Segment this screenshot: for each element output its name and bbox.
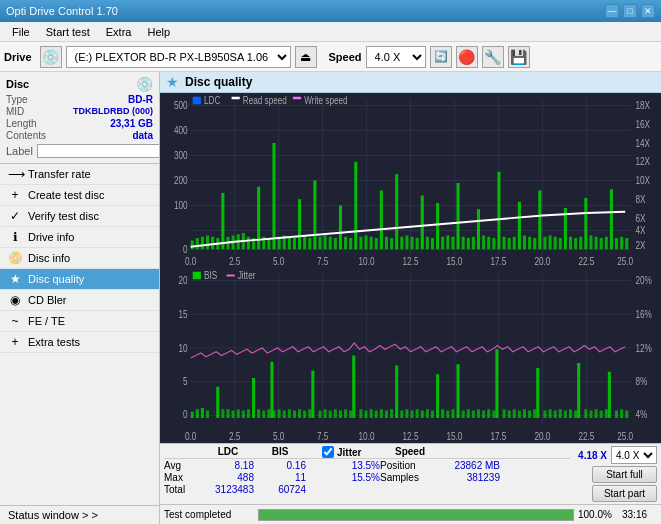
minimize-button[interactable]: — xyxy=(605,4,619,18)
svg-rect-224 xyxy=(559,409,562,418)
max-label: Max xyxy=(164,472,202,483)
svg-rect-69 xyxy=(457,183,460,249)
svg-text:7.5: 7.5 xyxy=(317,432,328,443)
svg-rect-84 xyxy=(533,238,536,249)
svg-rect-204 xyxy=(441,409,444,418)
chart-header: ★ Disc quality xyxy=(160,72,661,93)
transfer-rate-icon: ⟶ xyxy=(8,167,22,181)
svg-rect-52 xyxy=(370,237,373,250)
svg-text:10.0: 10.0 xyxy=(359,432,375,443)
verify-test-icon: ✓ xyxy=(8,209,22,223)
toolbar: Drive 💿 (E:) PLEXTOR BD-R PX-LB950SA 1.0… xyxy=(0,42,661,72)
maximize-button[interactable]: □ xyxy=(623,4,637,18)
svg-rect-91 xyxy=(569,237,572,250)
sidebar-item-extra-tests[interactable]: + Extra tests xyxy=(0,332,159,353)
svg-rect-37 xyxy=(293,238,296,249)
sidebar-item-disc-quality[interactable]: ★ Disc quality xyxy=(0,269,159,290)
status-window-button[interactable]: Status window > > xyxy=(0,505,159,524)
menu-extra[interactable]: Extra xyxy=(98,24,140,40)
menu-file[interactable]: File xyxy=(4,24,38,40)
tools-icon[interactable]: 🔧 xyxy=(482,46,504,68)
sidebar-item-verify-test-disc[interactable]: ✓ Verify test disc xyxy=(0,206,159,227)
drive-select[interactable]: (E:) PLEXTOR BD-R PX-LB950SA 1.06 xyxy=(66,46,291,68)
svg-text:0.0: 0.0 xyxy=(185,257,196,268)
drive-icon: 💿 xyxy=(40,46,62,68)
sidebar-item-transfer-rate[interactable]: ⟶ Transfer rate xyxy=(0,164,159,185)
svg-rect-23 xyxy=(221,193,224,249)
svg-rect-48 xyxy=(349,238,352,249)
svg-rect-87 xyxy=(549,236,552,250)
menu-help[interactable]: Help xyxy=(139,24,178,40)
svg-rect-186 xyxy=(334,409,337,418)
svg-rect-196 xyxy=(390,409,393,418)
sidebar-item-drive-info[interactable]: ℹ Drive info xyxy=(0,227,159,248)
sidebar-item-disc-info[interactable]: 📀 Disc info xyxy=(0,248,159,269)
refresh-button[interactable]: 🔄 xyxy=(430,46,452,68)
svg-text:12%: 12% xyxy=(635,343,651,354)
main-layout: Disc 💿 Type BD-R MID TDKBLDRBD (000) Len… xyxy=(0,72,661,524)
eject-button[interactable]: ⏏ xyxy=(295,46,317,68)
svg-rect-89 xyxy=(559,238,562,249)
svg-rect-235 xyxy=(625,411,628,419)
svg-text:4X: 4X xyxy=(635,225,645,236)
transfer-rate-label: Transfer rate xyxy=(28,168,91,180)
start-full-button[interactable]: Start full xyxy=(592,466,657,483)
disc-quality-label: Disc quality xyxy=(28,273,84,285)
svg-rect-100 xyxy=(615,238,618,249)
svg-text:300: 300 xyxy=(174,150,188,161)
sidebar-item-fe-te[interactable]: ~ FE / TE xyxy=(0,311,159,332)
svg-rect-59 xyxy=(405,236,408,250)
svg-rect-210 xyxy=(477,409,480,418)
svg-rect-230 xyxy=(595,409,598,418)
svg-rect-46 xyxy=(339,206,342,250)
svg-rect-218 xyxy=(523,409,526,418)
save-button[interactable]: 💾 xyxy=(508,46,530,68)
cd-bler-label: CD Bler xyxy=(28,294,67,306)
time-display: 33:16 xyxy=(622,509,657,520)
disc-refresh-icon[interactable]: 💿 xyxy=(136,76,153,92)
start-part-button[interactable]: Start part xyxy=(592,485,657,502)
speed-select-stats[interactable]: 4.0 X xyxy=(611,446,657,464)
samples-value: 381239 xyxy=(440,472,500,483)
svg-rect-208 xyxy=(467,409,470,418)
svg-rect-180 xyxy=(298,409,301,418)
total-label: Total xyxy=(164,484,202,495)
burn-icon[interactable]: 🔴 xyxy=(456,46,478,68)
svg-rect-18 xyxy=(196,238,199,249)
svg-rect-94 xyxy=(584,198,587,249)
stats-table: LDC BIS Jitter Speed Avg 8.18 0.16 xyxy=(164,446,570,495)
disc-info-label: Disc info xyxy=(28,252,70,264)
svg-rect-82 xyxy=(523,236,526,250)
svg-text:100: 100 xyxy=(174,200,188,211)
svg-rect-19 xyxy=(201,237,204,250)
jitter-checkbox[interactable] xyxy=(322,446,334,458)
svg-text:LDC: LDC xyxy=(204,95,221,106)
svg-rect-219 xyxy=(528,411,531,419)
disc-label-input[interactable] xyxy=(37,144,160,158)
titlebar: Opti Drive Control 1.70 — □ ✕ xyxy=(0,0,661,22)
svg-rect-150 xyxy=(191,412,194,418)
stats-header-blank2 xyxy=(306,446,322,458)
svg-text:15: 15 xyxy=(179,309,188,320)
disc-section: Disc 💿 Type BD-R MID TDKBLDRBD (000) Len… xyxy=(0,72,159,164)
svg-text:15.0: 15.0 xyxy=(447,257,463,268)
stats-right-panel: 4.18 X 4.0 X Start full Start part xyxy=(578,446,657,502)
chart-header-icon: ★ xyxy=(166,74,179,90)
close-button[interactable]: ✕ xyxy=(641,4,655,18)
svg-rect-62 xyxy=(421,196,424,250)
svg-rect-61 xyxy=(416,238,419,249)
sidebar-item-cd-bler[interactable]: ◉ CD Bler xyxy=(0,290,159,311)
svg-rect-194 xyxy=(380,409,383,418)
status-text: Test completed xyxy=(164,509,254,520)
max-jitter: 15.5% xyxy=(322,472,380,483)
svg-rect-164 xyxy=(608,372,611,418)
sidebar-item-create-test-disc[interactable]: + Create test disc xyxy=(0,185,159,206)
svg-rect-36 xyxy=(288,237,291,250)
svg-rect-227 xyxy=(574,411,577,419)
svg-rect-77 xyxy=(497,172,500,250)
jitter-checkbox-area: Jitter xyxy=(322,446,380,458)
menu-start-test[interactable]: Start test xyxy=(38,24,98,40)
svg-rect-225 xyxy=(564,411,567,419)
speed-select[interactable]: 4.0 X xyxy=(366,46,426,68)
svg-rect-216 xyxy=(513,409,516,418)
